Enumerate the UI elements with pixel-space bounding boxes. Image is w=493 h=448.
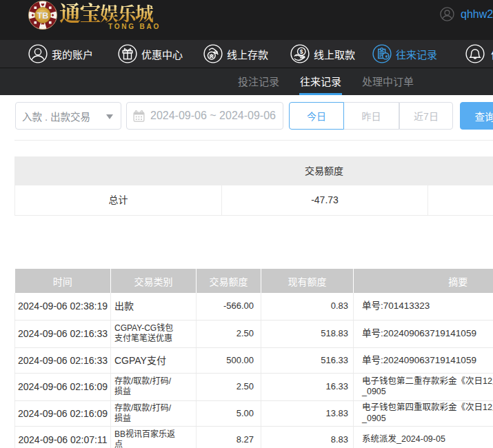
svg-text:TB: TB [37, 11, 49, 21]
svg-text:$: $ [300, 48, 303, 55]
